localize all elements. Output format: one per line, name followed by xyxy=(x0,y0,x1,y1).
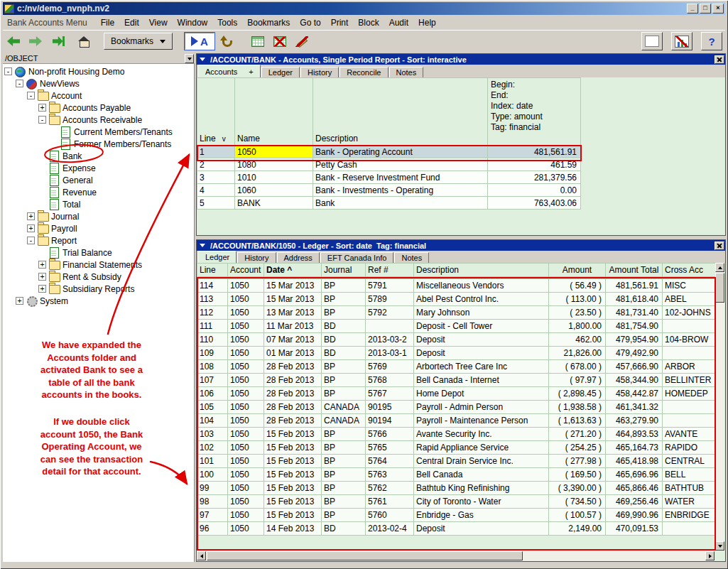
collapse-icon[interactable]: - xyxy=(38,116,46,124)
cell-journal[interactable]: BP xyxy=(322,428,366,441)
ledger-row[interactable]: 114105015 Mar 2013BP5791Miscellaneous Ve… xyxy=(197,279,717,293)
cell-date[interactable]: 28 Feb 2013 xyxy=(264,360,322,374)
menu-bank-accounts-menu[interactable]: Bank Accounts Menu xyxy=(3,18,96,28)
cell-journal[interactable]: BD xyxy=(322,333,366,347)
cell-name[interactable]: 1010 xyxy=(235,171,313,184)
ledger-col-ref[interactable]: Ref # xyxy=(366,264,414,277)
cell-journal[interactable]: BD xyxy=(322,522,366,536)
cell-description[interactable]: Bell Canada xyxy=(414,468,549,482)
cell-cross-acc[interactable]: MISC xyxy=(663,279,717,293)
collapse-icon[interactable]: - xyxy=(4,67,12,75)
panel-dropdown-icon[interactable] xyxy=(197,242,207,249)
cell-line[interactable]: 96 xyxy=(197,522,228,536)
panel-dropdown-icon[interactable] xyxy=(197,55,207,63)
ledger-row[interactable]: 109105001 Mar 2013BD2013-03-1Deposit21,8… xyxy=(197,347,717,360)
cell-line[interactable]: 104 xyxy=(197,414,228,428)
scroll-down-icon[interactable] xyxy=(715,541,724,551)
accounts-tab-ledger[interactable]: Ledger xyxy=(261,67,300,77)
expand-icon[interactable]: + xyxy=(27,224,35,232)
cell-amount[interactable]: 1,800.00 xyxy=(549,320,606,333)
cell-journal[interactable]: BP xyxy=(322,495,366,509)
cell-amount-total[interactable]: 465,418.98 xyxy=(606,455,663,468)
cell-account[interactable]: 1050 xyxy=(228,333,264,347)
ledger-row[interactable]: 108105028 Feb 2013BP5769Arbortech Tree C… xyxy=(197,360,717,374)
ledger-row[interactable]: 104105028 Feb 2013CANADA90194Payroll - M… xyxy=(197,414,717,428)
cell-date[interactable]: 15 Feb 2013 xyxy=(264,495,322,509)
cell-cross-acc[interactable]: 102-JOHNS xyxy=(663,306,717,320)
cell-description[interactable]: Miscellaneous Vendors xyxy=(414,279,549,293)
cell-amount-total[interactable]: 479,492.90 xyxy=(606,347,663,360)
tree-item-newviews[interactable]: -NewViews xyxy=(3,77,194,90)
cell-amount-total[interactable]: 481,731.40 xyxy=(606,306,663,320)
ledger-row[interactable]: 103105015 Feb 2013BP5766Avante Security … xyxy=(197,428,717,441)
cell-ref[interactable]: 2013-03-1 xyxy=(366,347,414,360)
cell-amount-total[interactable]: 481,618.40 xyxy=(606,293,663,306)
cell-journal[interactable]: BP xyxy=(322,441,366,455)
bookmarks-button[interactable]: Bookmarks xyxy=(104,33,173,50)
cell-account[interactable]: 1050 xyxy=(228,455,264,468)
cell-cross-acc[interactable] xyxy=(663,347,717,360)
cell-date[interactable]: 15 Mar 2013 xyxy=(264,279,322,293)
minimize-button[interactable]: _ xyxy=(687,4,698,13)
cell-description[interactable]: Bank xyxy=(313,197,488,210)
cell-description[interactable]: Bank - Investments - Operating xyxy=(313,184,488,197)
cell-line[interactable]: 4 xyxy=(197,184,235,197)
object-panel-dropdown-icon[interactable] xyxy=(185,54,194,63)
ledger-row[interactable]: 100105015 Feb 2013BP5763Bell Canada( 169… xyxy=(197,468,717,482)
cell-ref[interactable]: 5792 xyxy=(366,306,414,320)
ledger-row[interactable]: 99105015 Feb 2013BP5762Bathtub King Refi… xyxy=(197,482,717,495)
cell-account[interactable]: 1050 xyxy=(228,306,264,320)
cell-amount[interactable]: ( 1,613.63 ) xyxy=(549,414,606,428)
cell-description[interactable]: Deposit xyxy=(414,522,549,536)
menu-go-to[interactable]: Go to xyxy=(295,18,325,28)
ledger-col-journal[interactable]: Journal xyxy=(322,264,366,277)
ledger-col-amount-total[interactable]: Amount Total xyxy=(606,264,663,277)
expand-icon[interactable]: + xyxy=(38,261,46,269)
ledger-tab-ledger[interactable]: Ledger xyxy=(198,251,237,263)
tree-item-rent-subsidy[interactable]: +Rent & Subsidy xyxy=(3,271,194,283)
expand-icon[interactable]: + xyxy=(38,104,46,112)
ledger-panel-close-icon[interactable] xyxy=(715,242,724,250)
cell-account[interactable]: 1050 xyxy=(228,279,264,293)
accounts-col-description[interactable]: Description xyxy=(313,78,488,146)
cell-amount-total[interactable]: 461,341.32 xyxy=(606,401,663,414)
ledger-row[interactable]: 110105007 Mar 2013BD2013-03-2Deposit462.… xyxy=(197,333,717,347)
accounts-row[interactable]: 11050Bank - Operating Account481,561.91 xyxy=(197,146,581,158)
cell-line[interactable]: 3 xyxy=(197,171,235,184)
close-button[interactable]: × xyxy=(712,4,724,13)
cell-account[interactable]: 1050 xyxy=(228,509,264,522)
cell-account[interactable]: 1050 xyxy=(228,374,264,387)
ledger-row[interactable]: 113105015 Mar 2013BP5789Abel Pest Contro… xyxy=(197,293,717,306)
cell-amount-total[interactable]: 465,164.73 xyxy=(606,441,663,455)
cell-amount[interactable]: ( 100.57 ) xyxy=(549,509,606,522)
tree-item-journal[interactable]: +Journal xyxy=(3,210,194,222)
cell-description[interactable]: Deposit - Cell Tower xyxy=(414,320,549,333)
cell-amount[interactable]: ( 277.98 ) xyxy=(549,455,606,468)
cell-date[interactable]: 15 Feb 2013 xyxy=(264,455,322,468)
back-icon[interactable] xyxy=(4,33,23,50)
cell-amount-total[interactable]: 458,442.87 xyxy=(606,387,663,401)
cell-date[interactable]: 15 Feb 2013 xyxy=(264,468,322,482)
accounts-tab-history[interactable]: History xyxy=(300,67,339,77)
cell-description[interactable]: Abel Pest Control Inc. xyxy=(414,293,549,306)
cell-account[interactable]: 1050 xyxy=(228,468,264,482)
cell-ref[interactable] xyxy=(366,320,414,333)
sort-indicator-icon[interactable]: v xyxy=(222,135,226,143)
cell-cross-acc[interactable]: CENTRAL xyxy=(663,455,717,468)
cell-ref[interactable]: 5766 xyxy=(366,428,414,441)
cell-line[interactable]: 107 xyxy=(197,374,228,387)
cell-ref[interactable]: 90194 xyxy=(366,414,414,428)
cell-description[interactable]: Enbridge - Gas xyxy=(414,509,549,522)
cell-ref[interactable]: 5768 xyxy=(366,374,414,387)
help-icon[interactable]: ? xyxy=(701,32,722,50)
cell-description[interactable]: Payroll - Admin Person xyxy=(414,401,549,414)
cell-cross-acc[interactable]: RAPIDO xyxy=(663,441,717,455)
cell-cross-acc[interactable]: WATER xyxy=(663,495,717,509)
cell-ref[interactable]: 5767 xyxy=(366,387,414,401)
cell-description[interactable]: Bank - Reserve Investment Fund xyxy=(313,171,488,184)
cell-amount[interactable]: 21,826.00 xyxy=(549,347,606,360)
menu-print[interactable]: Print xyxy=(326,18,354,28)
cell-date[interactable]: 13 Mar 2013 xyxy=(264,306,322,320)
ledger-tab-notes[interactable]: Notes xyxy=(394,252,429,263)
tree-item-general[interactable]: General xyxy=(3,174,194,186)
